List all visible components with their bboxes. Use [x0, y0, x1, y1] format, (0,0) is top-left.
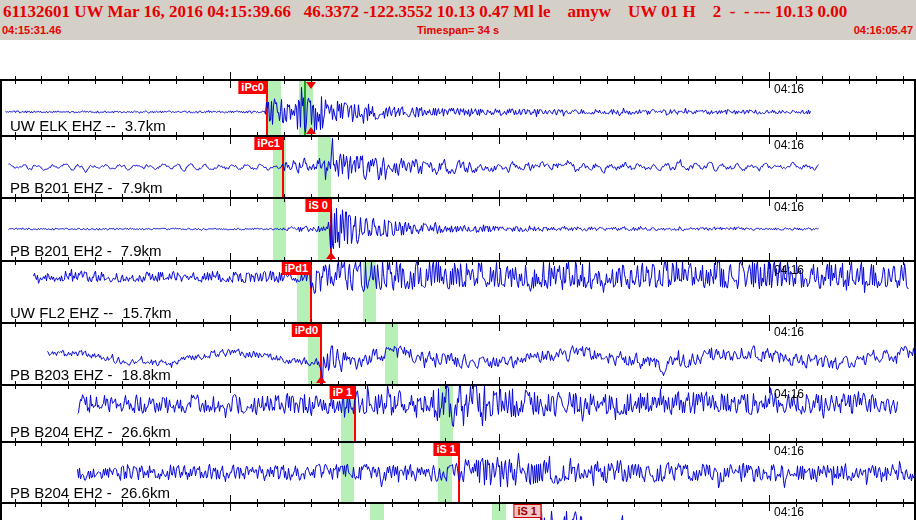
- phase-window-band-trace7-1: [341, 443, 354, 502]
- pick-label-trace3[interactable]: iS 0: [305, 199, 331, 212]
- pick-label-trace5[interactable]: iPd0: [292, 324, 321, 337]
- phase-window-band-trace2-2: [318, 137, 331, 197]
- phase-window-band-trace8-1: [370, 504, 384, 520]
- window-end-time: 04:16:05.47: [854, 24, 913, 36]
- event-header: 61132601 UW Mar 16, 2016 04:15:39.66 46.…: [0, 0, 916, 40]
- pick-label-trace2[interactable]: iPc1: [254, 137, 283, 150]
- event-summary-line: 61132601 UW Mar 16, 2016 04:15:39.66 46.…: [3, 2, 847, 22]
- phase-window-band-trace3-1: [273, 199, 286, 260]
- pick-label-trace7[interactable]: iS 1: [433, 443, 459, 456]
- pick-label-trace6[interactable]: iP 1: [330, 386, 355, 399]
- pick-label-trace8[interactable]: iS 1: [513, 504, 541, 518]
- time-window-bar: 04:15:31.46 Timespan= 34 s 04:16:05.47: [0, 24, 916, 38]
- phase-window-band-trace8-2: [492, 504, 506, 520]
- phase-window-band-trace4-2: [363, 262, 376, 322]
- phase-window-band-trace5-2: [385, 324, 398, 384]
- trace-area[interactable]: iPc004:16UW ELK EHZ --3.7kmiPc104:16PB B…: [0, 40, 916, 520]
- seismogram-review-window: 61132601 UW Mar 16, 2016 04:15:39.66 46.…: [0, 0, 916, 520]
- pick-label-trace4[interactable]: iPd1: [282, 262, 311, 275]
- phase-window-centerline-trace1: [304, 81, 306, 135]
- phase-window-band-trace1-2: [299, 81, 313, 135]
- timespan-label: Timespan= 34 s: [0, 24, 916, 36]
- phase-window-band-trace1-1: [266, 81, 281, 135]
- phase-window-band-trace6-2: [440, 386, 453, 441]
- pick-label-trace1[interactable]: iPc0: [238, 81, 267, 94]
